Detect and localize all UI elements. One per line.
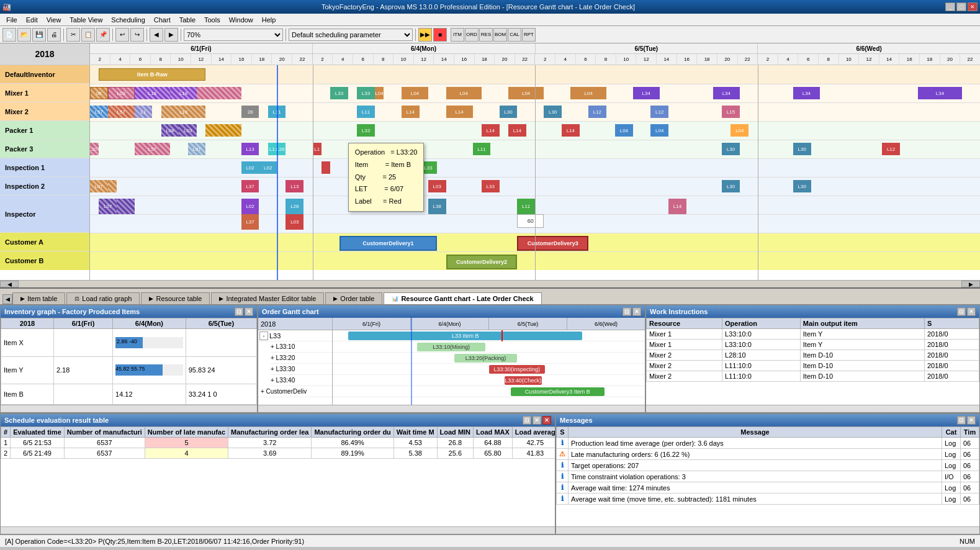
bar-p3-l1[interactable]: L1 — [313, 143, 321, 155]
bar-m1-5[interactable] — [197, 87, 241, 99]
bar-m1-l04b[interactable]: L04 — [402, 87, 428, 99]
bar-insp-l14[interactable]: L14 — [668, 199, 686, 214]
bar-m2-3[interactable]: L1 — [135, 106, 153, 118]
redo-btn[interactable]: ↪ — [130, 28, 144, 42]
msg-close-btn[interactable]: ✕ — [967, 416, 976, 425]
menu-file[interactable]: File — [2, 15, 21, 25]
bar-m2-l15[interactable]: L15 — [722, 106, 740, 118]
new-btn[interactable]: 📄 — [2, 28, 16, 42]
bar-delivery1[interactable]: CustomerDelivery1 — [339, 236, 438, 251]
bar-m1-l04d[interactable]: L04 — [508, 87, 544, 99]
bar-p1-1[interactable]: L08 — [161, 124, 179, 137]
undo-btn[interactable]: ↩ — [115, 28, 129, 42]
og-l3340[interactable]: + L33:40 — [271, 375, 332, 386]
bar-i1-cut1[interactable] — [321, 161, 330, 174]
tab-load-ratio[interactable]: ⚖ Load ratio graph — [66, 292, 140, 304]
open-btn[interactable]: 📂 — [17, 28, 31, 42]
inv-close-btn[interactable]: ✕ — [245, 307, 253, 316]
bar-i2-l30b[interactable]: L30 — [793, 180, 811, 192]
menu-window[interactable]: Window — [225, 15, 257, 25]
bar-p1-l33[interactable]: L33 — [357, 124, 375, 137]
bar-p1-3[interactable] — [205, 124, 241, 137]
schedule-btn[interactable]: ▶▶ — [418, 28, 432, 42]
bar-i1-l02b[interactable]: L02 — [259, 161, 277, 174]
bar-i2-l33b[interactable]: L33 — [482, 180, 500, 192]
gantt-hscroll[interactable]: ◀ ▶ — [0, 280, 980, 287]
bar-m2-l30a[interactable]: L30 — [500, 106, 518, 118]
og-l3330-bar[interactable]: L33:30(Inspecting) — [489, 365, 546, 374]
bar-insp-l11[interactable]: L11 — [517, 199, 535, 214]
bar-i2-l03[interactable]: L03 — [428, 180, 446, 192]
zoom-dropdown[interactable]: 70% 100% 50% — [184, 29, 283, 41]
print-btn[interactable]: 🖨 — [47, 28, 61, 42]
bar-m2-l12a[interactable]: L12 — [588, 106, 606, 118]
bar-m1-l04c[interactable]: L04 — [446, 87, 482, 99]
bar-m1-l04e[interactable]: L04 — [570, 87, 606, 99]
bar-insp-l38[interactable]: L38 — [428, 199, 446, 214]
copy-btn[interactable]: 📋 — [81, 28, 95, 42]
og-customerdeliv[interactable]: + CustomerDeliv — [258, 386, 332, 397]
bar-m1-4[interactable]: L18 — [170, 87, 197, 99]
bar-p3-l57[interactable]: L57 — [135, 143, 170, 155]
og-l33-row[interactable]: - L33 — [258, 330, 332, 341]
bar-p3-l207[interactable]: L207 — [90, 143, 99, 155]
bar-m2-28[interactable]: 28 — [241, 106, 259, 118]
menu-view[interactable]: View — [43, 15, 65, 25]
bar-i2-l07[interactable]: L07 — [90, 180, 108, 192]
menu-scheduling[interactable]: Scheduling — [107, 15, 148, 25]
nav-fwd[interactable]: ▶ — [164, 28, 178, 42]
tool3[interactable]: RES — [479, 28, 493, 42]
se-hscroll[interactable] — [1, 526, 555, 534]
tab-item-table[interactable]: ▶ Item table — [12, 292, 65, 304]
wi-close-btn[interactable]: ✕ — [967, 307, 976, 316]
bar-m1-l33b[interactable]: L33 — [357, 87, 375, 99]
og-close-btn[interactable]: ✕ — [632, 307, 641, 316]
tool5[interactable]: CAL — [508, 28, 521, 42]
og-l33-bar[interactable]: L33 Item B — [348, 331, 582, 340]
tab-resource-gantt[interactable]: 📊 Resource Gantt chart - Late Order Chec… — [384, 292, 541, 304]
menu-help[interactable]: Help — [258, 15, 280, 25]
bar-p3-l13[interactable]: L13 — [241, 143, 259, 155]
inv-hscroll[interactable] — [1, 405, 257, 412]
menu-edit[interactable]: Edit — [22, 15, 42, 25]
bar-delivery2[interactable]: CustomerDelivery2 — [446, 255, 518, 269]
og-hscroll[interactable] — [258, 405, 645, 412]
bar-insp-l48[interactable] — [117, 199, 135, 214]
paste-btn[interactable]: 📌 — [96, 28, 110, 42]
menu-table[interactable]: Table — [176, 15, 199, 25]
bar-m2-l14b[interactable]: L14 — [446, 106, 473, 118]
tool1[interactable]: ITM — [451, 28, 464, 42]
og-restore-btn[interactable]: ⊡ — [623, 307, 631, 316]
se-close-btn[interactable]: ✕ — [533, 416, 541, 425]
bar-p1-l04a[interactable]: L04 — [615, 124, 633, 137]
save-btn[interactable]: 💾 — [32, 28, 46, 42]
scheduling-param-dropdown[interactable]: Default scheduling parameter — [289, 29, 413, 41]
bar-i2-l13[interactable]: L13 — [285, 180, 303, 192]
window-controls[interactable]: _ □ ✕ — [945, 2, 978, 11]
se-restore-btn[interactable]: ⊡ — [523, 416, 531, 425]
bar-p3-l30a[interactable]: L30 — [722, 143, 740, 155]
close-btn[interactable]: ✕ — [968, 2, 978, 11]
bar-i2-l30[interactable]: L30 — [722, 180, 740, 192]
bar-m1-l34d[interactable]: L34 — [918, 87, 963, 99]
tool2[interactable]: ORD — [465, 28, 479, 42]
bar-m1-3[interactable]: L18 — [135, 87, 170, 99]
og-l3310-bar[interactable]: L33:10(Mixing) — [417, 343, 486, 351]
og-l3330[interactable]: + L33:30 — [271, 364, 332, 375]
bar-p1-l04b[interactable]: L04 — [650, 124, 668, 137]
bar-m2-1[interactable]: L57 — [90, 106, 108, 118]
bar-m1-l04a[interactable]: L04 — [375, 87, 384, 99]
bar-m1-l34c[interactable]: L34 — [793, 87, 820, 99]
bar-m1-l34a[interactable]: L34 — [633, 87, 660, 99]
og-l3340-bar[interactable]: L33:40(Check) — [505, 376, 542, 385]
bar-m1-l34b[interactable]: L34 — [713, 87, 740, 99]
bar-m2-l12b[interactable]: L12 — [650, 106, 668, 118]
bar-p3-l12[interactable]: L12 — [882, 143, 900, 155]
bar-delivery3[interactable]: CustomerDelivery3 — [517, 236, 588, 251]
wi-restore-btn[interactable]: ⊡ — [957, 307, 966, 316]
bar-insp-l02[interactable]: L02 — [241, 199, 259, 214]
tool6[interactable]: RPT — [522, 28, 536, 42]
bar-p3-l30b[interactable]: L30 — [793, 143, 811, 155]
inv-restore-btn[interactable]: ⊡ — [235, 307, 243, 316]
bar-m2-2[interactable]: L57 — [108, 106, 135, 118]
